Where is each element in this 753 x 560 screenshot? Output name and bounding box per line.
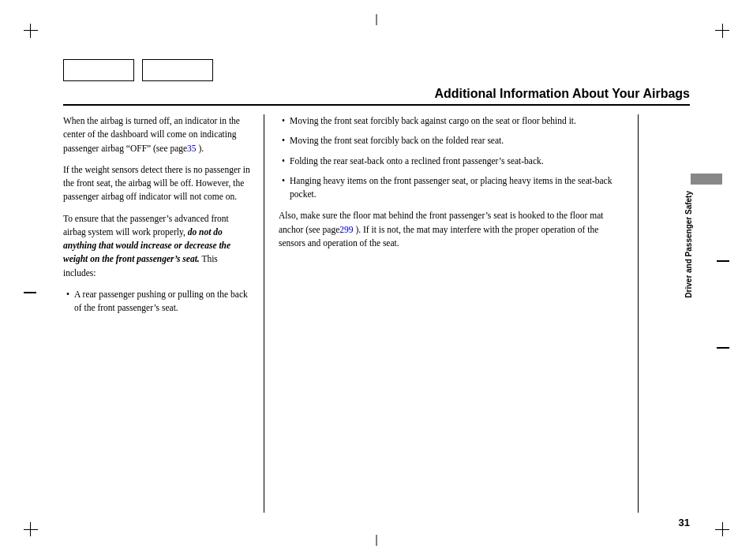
tick-bottom xyxy=(376,535,377,546)
right-column xyxy=(639,114,690,513)
bullet-dot-m3: • xyxy=(282,155,285,168)
corner-mark-tr xyxy=(714,24,729,39)
corner-mark-br xyxy=(714,521,729,536)
bullet-dot-m2: • xyxy=(282,134,285,147)
left-bullet-list: • A rear passenger pushing or pulling on… xyxy=(63,288,252,315)
left-para-3: To ensure that the passenger’s advanced … xyxy=(63,212,252,280)
corner-mark-bl xyxy=(24,521,39,536)
header-box-1 xyxy=(63,59,134,81)
page-title: Additional Information About Your Airbag… xyxy=(434,87,690,100)
bullet-dot-m4: • xyxy=(282,174,285,202)
left-para-1: When the airbag is turned off, an indica… xyxy=(63,114,252,155)
corner-mark-tl xyxy=(24,24,39,39)
middle-bullet-item-4: • Hanging heavy items on the front passe… xyxy=(279,174,626,202)
left-bullet-item-1: • A rear passenger pushing or pulling on… xyxy=(63,288,252,315)
tick-top xyxy=(376,14,377,25)
left-bullet-1-text: A rear passenger pushing or pulling on t… xyxy=(74,288,252,315)
header-box-2 xyxy=(142,59,213,81)
bullet-dot-m1: • xyxy=(282,114,285,128)
link-35[interactable]: 35 xyxy=(187,144,197,153)
content-area: When the airbag is turned off, an indica… xyxy=(63,114,690,513)
sidebar-label-text: Driver and Passenger Safety xyxy=(684,191,694,298)
page-number: 31 xyxy=(679,517,690,528)
middle-bullet-item-2: • Moving the front seat forcibly back on… xyxy=(279,134,626,147)
middle-bullet-1-text: Moving the front seat forcibly back agai… xyxy=(290,114,626,128)
link-299[interactable]: 299 xyxy=(339,225,353,234)
middle-bullet-4-text: Hanging heavy items on the front passeng… xyxy=(290,174,626,202)
middle-bullet-3-text: Folding the rear seat-back onto a reclin… xyxy=(290,155,626,168)
middle-column: • Moving the front seat forcibly back ag… xyxy=(264,114,639,513)
middle-bullet-item-3: • Folding the rear seat-back onto a recl… xyxy=(279,155,626,168)
bullet-dot: • xyxy=(66,288,69,315)
middle-bullet-list: • Moving the front seat forcibly back ag… xyxy=(279,114,626,201)
left-tick xyxy=(24,292,36,293)
middle-para-1: Also, make sure the floor mat behind the… xyxy=(279,209,626,250)
left-para-2: If the weight sensors detect there is no… xyxy=(63,163,252,204)
sidebar-label-container: Driver and Passenger Safety xyxy=(684,174,728,298)
sidebar-label-bg xyxy=(691,174,722,185)
page-title-container: Additional Information About Your Airbag… xyxy=(63,87,690,106)
middle-bullet-2-text: Moving the front seat forcibly back on t… xyxy=(290,134,626,147)
page-container: Additional Information About Your Airbag… xyxy=(0,0,753,560)
left-column: When the airbag is turned off, an indica… xyxy=(63,114,264,513)
right-tick-bottom xyxy=(717,347,729,349)
header-boxes xyxy=(63,59,213,81)
middle-bullet-item-1: • Moving the front seat forcibly back ag… xyxy=(279,114,626,128)
